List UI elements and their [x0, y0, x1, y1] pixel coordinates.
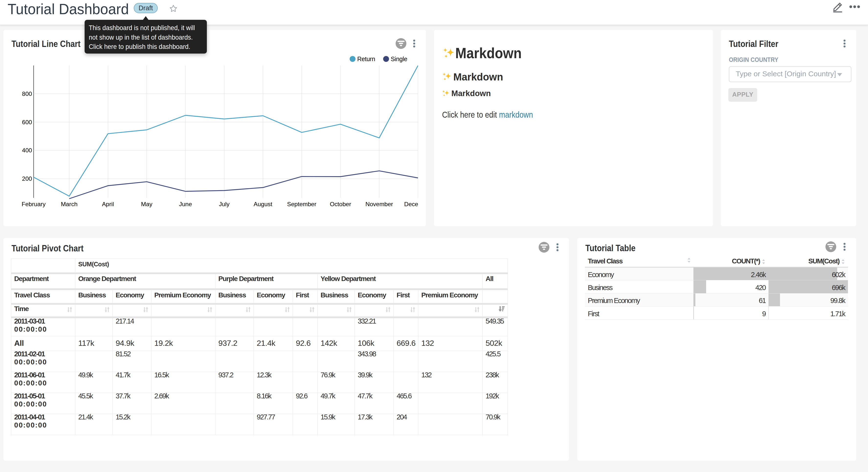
- svg-text:400: 400: [22, 147, 32, 154]
- svg-text:600: 600: [22, 119, 32, 125]
- svg-text:July: July: [219, 201, 229, 207]
- svg-text:August: August: [253, 201, 272, 207]
- svg-text:December: December: [404, 201, 418, 207]
- svg-text:May: May: [141, 201, 153, 207]
- svg-text:200: 200: [22, 175, 32, 182]
- svg-text:April: April: [102, 201, 114, 207]
- svg-text:February: February: [22, 201, 46, 207]
- svg-text:November: November: [365, 201, 393, 207]
- svg-text:June: June: [179, 201, 192, 207]
- svg-text:March: March: [61, 201, 78, 207]
- svg-text:September: September: [287, 201, 316, 207]
- svg-text:800: 800: [22, 90, 32, 97]
- svg-text:October: October: [330, 201, 351, 207]
